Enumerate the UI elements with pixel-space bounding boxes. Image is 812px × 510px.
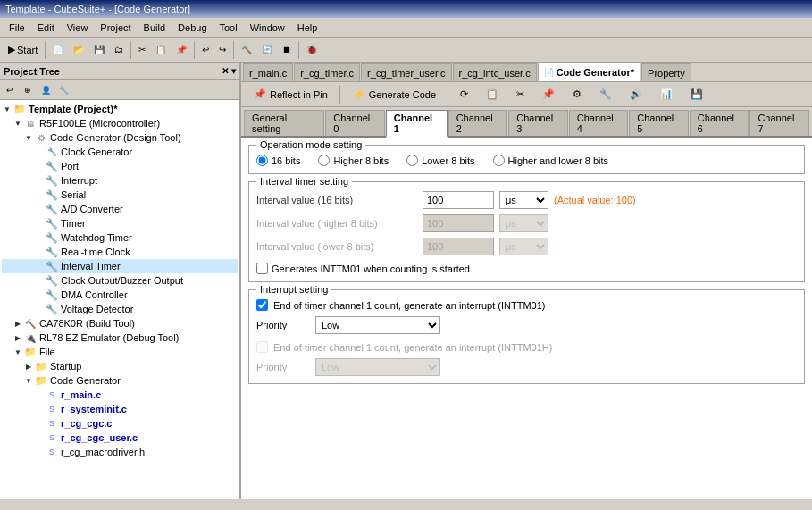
file-tab-rmain[interactable]: r_main.c [243,63,293,81]
redo-button[interactable]: ↪ [214,42,230,57]
expand-root[interactable]: ▼ [2,104,13,114]
expand-startup[interactable]: ▶ [23,361,34,372]
tree-item-voltdet[interactable]: 🔧 Voltage Detector [2,302,238,316]
save-button[interactable]: 💾 [89,42,109,57]
tree-item-intervaltimer[interactable]: 🔧 Interval Timer [2,259,238,273]
copy-button[interactable]: 📋 [151,42,171,57]
menu-help[interactable]: Help [292,21,323,34]
expand-r5f[interactable]: ▼ [13,118,23,129]
tree-item-rcgcgc[interactable]: S r_cg_cgc.c [2,416,238,431]
tree-item-file[interactable]: ▼ 📁 File [2,345,238,359]
interrupt-cb1[interactable] [256,299,268,311]
undo-button[interactable]: ↩ [197,42,213,57]
tree-btn-2[interactable]: ⊕ [20,82,36,98]
tree-item-codegen[interactable]: ▼ ⚙ Code Generator (Design Tool) [2,130,238,145]
tree-item-rmain[interactable]: S r_main.c [2,388,238,402]
build-button[interactable]: 🔨 [237,42,256,57]
expand-port[interactable] [34,161,45,171]
expand-interrupt[interactable] [34,175,45,186]
new-button[interactable]: 📄 [48,42,68,57]
tree-item-adconv[interactable]: 🔧 A/D Converter [2,202,238,216]
tree-item-startup[interactable]: ▶ 📁 Startup [2,359,238,373]
tree-item-clockgen[interactable]: 🔧 Clock Generator [2,145,238,159]
inttm01-checkbox[interactable] [256,263,268,274]
expand-timer[interactable] [34,218,45,229]
tree-btn-1[interactable]: ↩ [2,82,18,98]
panel-close-button[interactable]: ✕ ▾ [222,66,236,76]
cg-btn-8[interactable]: 🔧 [591,86,620,103]
menu-window[interactable]: Window [245,21,290,34]
paste-button[interactable]: 📌 [172,42,191,57]
file-tab-cgintcuser[interactable]: r_cg_intc_user.c [453,63,537,81]
menu-file[interactable]: File [4,21,30,34]
tab-channel-3[interactable]: Channel 3 [508,110,568,136]
cg-btn-7[interactable]: ⚙ [565,86,590,103]
expand-adconv[interactable] [34,204,45,214]
menu-tool[interactable]: Tool [214,21,243,34]
tree-item-codegen-file[interactable]: ▼ 📁 Code Generator [2,373,238,388]
tab-channel-4[interactable]: Channel 4 [569,110,629,136]
tree-item-dma[interactable]: 🔧 DMA Controller [2,288,238,302]
tree-btn-4[interactable]: 🔧 [55,82,71,98]
tree-item-watchdog[interactable]: 🔧 Watchdog Timer [2,230,238,245]
expand-ca78[interactable]: ▶ [13,318,23,329]
radio-input-higher-lower8[interactable] [493,155,505,166]
radio-16bits[interactable]: 16 bits [256,155,300,166]
menu-view[interactable]: View [62,21,94,34]
file-tab-cgtimeruser[interactable]: r_cg_timer_user.c [361,63,451,81]
menu-build[interactable]: Build [138,21,171,34]
start-button[interactable]: ▶ Start [4,41,42,58]
stop-button[interactable]: ⏹ [278,42,296,57]
rebuild-button[interactable]: 🔄 [257,42,277,57]
cg-btn-6[interactable]: 📌 [534,86,563,103]
expand-dma[interactable] [34,289,45,300]
tree-item-serial[interactable]: 🔧 Serial [2,188,238,202]
menu-project[interactable]: Project [95,21,136,34]
interval-16bit-unit-select[interactable]: μs ms s [499,191,548,209]
cg-btn-5[interactable]: ✂ [508,86,532,103]
radio-higher-lower-8bits[interactable]: Higher and lower 8 bits [493,155,609,166]
radio-higher8bits[interactable]: Higher 8 bits [318,155,389,166]
menu-edit[interactable]: Edit [32,21,60,34]
cg-btn-3[interactable]: ⟳ [452,86,476,103]
expand-rtclock[interactable] [34,247,45,257]
debug-button[interactable]: 🐞 [302,42,322,57]
tree-item-root[interactable]: ▼ 📁 Template (Project)* [2,102,238,116]
reflect-in-pin-button[interactable]: 📌 Reflect in Pin [245,86,336,104]
tab-channel-2[interactable]: Channel 2 [448,110,508,136]
tab-channel-5[interactable]: Channel 5 [629,110,689,136]
tree-item-r5f[interactable]: ▼ 🖥 R5F100LE (Microcontroller) [2,116,238,130]
interval-16bit-input[interactable] [423,191,494,209]
expand-codegen-file[interactable]: ▼ [23,375,34,386]
radio-input-higher8[interactable] [318,155,330,166]
save-all-button[interactable]: 🗂 [110,42,128,57]
cut-button[interactable]: ✂ [134,42,150,57]
expand-file[interactable]: ▼ [13,347,23,357]
open-button[interactable]: 📂 [69,42,88,57]
menu-debug[interactable]: Debug [172,21,212,34]
tree-item-rtclock[interactable]: 🔧 Real-time Clock [2,245,238,259]
tab-general-setting[interactable]: General setting [244,110,324,136]
tab-channel-6[interactable]: Channel 6 [690,110,749,136]
tree-item-rcgmacro[interactable]: S r_cg_macrodriver.h [2,445,238,459]
radio-input-16bits[interactable] [256,155,268,166]
cg-btn-10[interactable]: 📊 [652,86,681,103]
expand-serial[interactable] [34,189,45,200]
tab-channel-0[interactable]: Channel 0 [325,110,385,136]
file-tab-cgtimer[interactable]: r_cg_timer.c [294,63,360,81]
file-tab-property[interactable]: Property [641,63,691,81]
tree-item-rl78[interactable]: ▶ 🔌 RL78 EZ Emulator (Debug Tool) [2,330,238,345]
cg-btn-9[interactable]: 🔊 [622,86,650,103]
tree-item-rsysinit[interactable]: S r_systeminit.c [2,402,238,416]
cg-btn-4[interactable]: 📋 [478,86,506,103]
radio-lower8bits[interactable]: Lower 8 bits [406,155,474,166]
tab-channel-7[interactable]: Channel 7 [749,110,809,136]
priority1-select[interactable]: Low Medium High [315,316,440,334]
generate-code-button[interactable]: ⚡ Generate Code [344,86,444,104]
tree-content[interactable]: ▼ 📁 Template (Project)* ▼ 🖥 R5F100LE (Mi… [0,100,239,499]
tree-item-ca78[interactable]: ▶ 🔨 CA78K0R (Build Tool) [2,316,238,330]
tree-item-rcgcgcuser[interactable]: S r_cg_cgc_user.c [2,431,238,445]
tree-item-port[interactable]: 🔧 Port [2,159,238,173]
cg-btn-11[interactable]: 💾 [682,86,711,103]
tab-channel-1[interactable]: Channel 1 [386,110,448,138]
